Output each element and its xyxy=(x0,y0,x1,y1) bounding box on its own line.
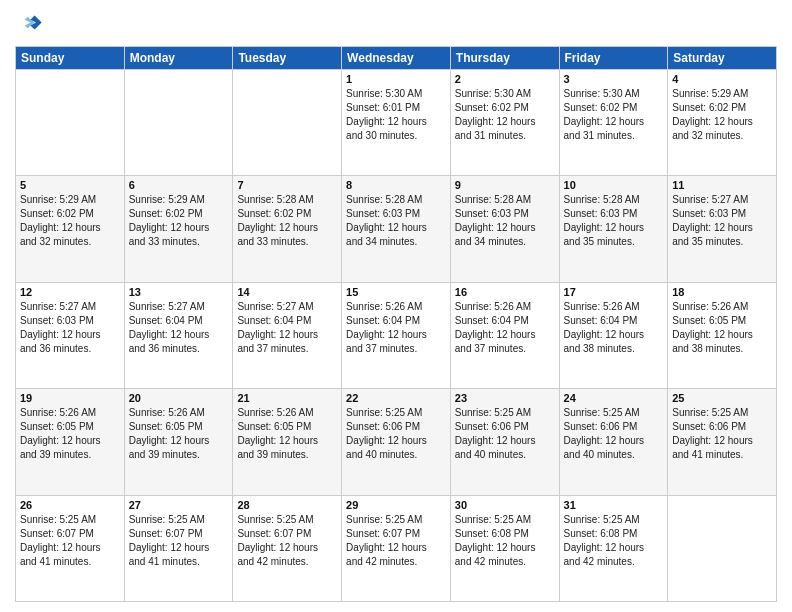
calendar-cell: 23Sunrise: 5:25 AMSunset: 6:06 PMDayligh… xyxy=(450,389,559,495)
calendar-cell: 1Sunrise: 5:30 AMSunset: 6:01 PMDaylight… xyxy=(342,70,451,176)
calendar-cell: 16Sunrise: 5:26 AMSunset: 6:04 PMDayligh… xyxy=(450,282,559,388)
day-info: Sunrise: 5:29 AMSunset: 6:02 PMDaylight:… xyxy=(20,193,120,249)
day-info: Sunrise: 5:25 AMSunset: 6:06 PMDaylight:… xyxy=(672,406,772,462)
day-number: 30 xyxy=(455,499,555,511)
day-info: Sunrise: 5:29 AMSunset: 6:02 PMDaylight:… xyxy=(672,87,772,143)
day-number: 16 xyxy=(455,286,555,298)
calendar-cell: 2Sunrise: 5:30 AMSunset: 6:02 PMDaylight… xyxy=(450,70,559,176)
day-number: 31 xyxy=(564,499,664,511)
day-number: 14 xyxy=(237,286,337,298)
day-info: Sunrise: 5:30 AMSunset: 6:02 PMDaylight:… xyxy=(564,87,664,143)
day-number: 12 xyxy=(20,286,120,298)
day-number: 8 xyxy=(346,179,446,191)
day-info: Sunrise: 5:30 AMSunset: 6:02 PMDaylight:… xyxy=(455,87,555,143)
calendar-cell: 24Sunrise: 5:25 AMSunset: 6:06 PMDayligh… xyxy=(559,389,668,495)
day-number: 13 xyxy=(129,286,229,298)
calendar-cell: 17Sunrise: 5:26 AMSunset: 6:04 PMDayligh… xyxy=(559,282,668,388)
calendar-cell: 20Sunrise: 5:26 AMSunset: 6:05 PMDayligh… xyxy=(124,389,233,495)
logo-icon xyxy=(15,10,43,38)
calendar-cell: 8Sunrise: 5:28 AMSunset: 6:03 PMDaylight… xyxy=(342,176,451,282)
calendar-cell: 9Sunrise: 5:28 AMSunset: 6:03 PMDaylight… xyxy=(450,176,559,282)
day-number: 28 xyxy=(237,499,337,511)
day-number: 4 xyxy=(672,73,772,85)
day-info: Sunrise: 5:26 AMSunset: 6:05 PMDaylight:… xyxy=(129,406,229,462)
day-info: Sunrise: 5:25 AMSunset: 6:07 PMDaylight:… xyxy=(346,513,446,569)
day-info: Sunrise: 5:25 AMSunset: 6:08 PMDaylight:… xyxy=(455,513,555,569)
calendar-cell: 21Sunrise: 5:26 AMSunset: 6:05 PMDayligh… xyxy=(233,389,342,495)
calendar-cell: 10Sunrise: 5:28 AMSunset: 6:03 PMDayligh… xyxy=(559,176,668,282)
calendar-cell: 27Sunrise: 5:25 AMSunset: 6:07 PMDayligh… xyxy=(124,495,233,601)
calendar-week-row: 26Sunrise: 5:25 AMSunset: 6:07 PMDayligh… xyxy=(16,495,777,601)
calendar-cell xyxy=(16,70,125,176)
day-number: 6 xyxy=(129,179,229,191)
calendar-cell: 7Sunrise: 5:28 AMSunset: 6:02 PMDaylight… xyxy=(233,176,342,282)
day-info: Sunrise: 5:25 AMSunset: 6:06 PMDaylight:… xyxy=(346,406,446,462)
logo xyxy=(15,10,47,38)
day-info: Sunrise: 5:26 AMSunset: 6:04 PMDaylight:… xyxy=(564,300,664,356)
calendar-cell: 3Sunrise: 5:30 AMSunset: 6:02 PMDaylight… xyxy=(559,70,668,176)
day-number: 17 xyxy=(564,286,664,298)
day-info: Sunrise: 5:28 AMSunset: 6:02 PMDaylight:… xyxy=(237,193,337,249)
calendar-week-row: 5Sunrise: 5:29 AMSunset: 6:02 PMDaylight… xyxy=(16,176,777,282)
day-info: Sunrise: 5:25 AMSunset: 6:07 PMDaylight:… xyxy=(237,513,337,569)
col-header-sunday: Sunday xyxy=(16,47,125,70)
day-number: 29 xyxy=(346,499,446,511)
calendar-cell: 22Sunrise: 5:25 AMSunset: 6:06 PMDayligh… xyxy=(342,389,451,495)
day-number: 27 xyxy=(129,499,229,511)
calendar-week-row: 19Sunrise: 5:26 AMSunset: 6:05 PMDayligh… xyxy=(16,389,777,495)
calendar-cell: 31Sunrise: 5:25 AMSunset: 6:08 PMDayligh… xyxy=(559,495,668,601)
calendar-week-row: 1Sunrise: 5:30 AMSunset: 6:01 PMDaylight… xyxy=(16,70,777,176)
day-info: Sunrise: 5:29 AMSunset: 6:02 PMDaylight:… xyxy=(129,193,229,249)
calendar-cell: 30Sunrise: 5:25 AMSunset: 6:08 PMDayligh… xyxy=(450,495,559,601)
day-info: Sunrise: 5:28 AMSunset: 6:03 PMDaylight:… xyxy=(346,193,446,249)
day-info: Sunrise: 5:28 AMSunset: 6:03 PMDaylight:… xyxy=(455,193,555,249)
day-number: 2 xyxy=(455,73,555,85)
calendar-week-row: 12Sunrise: 5:27 AMSunset: 6:03 PMDayligh… xyxy=(16,282,777,388)
calendar-cell: 15Sunrise: 5:26 AMSunset: 6:04 PMDayligh… xyxy=(342,282,451,388)
calendar-cell xyxy=(233,70,342,176)
header xyxy=(15,10,777,38)
day-info: Sunrise: 5:25 AMSunset: 6:07 PMDaylight:… xyxy=(20,513,120,569)
calendar-cell: 29Sunrise: 5:25 AMSunset: 6:07 PMDayligh… xyxy=(342,495,451,601)
day-info: Sunrise: 5:30 AMSunset: 6:01 PMDaylight:… xyxy=(346,87,446,143)
day-number: 18 xyxy=(672,286,772,298)
day-number: 21 xyxy=(237,392,337,404)
col-header-thursday: Thursday xyxy=(450,47,559,70)
calendar-header-row: SundayMondayTuesdayWednesdayThursdayFrid… xyxy=(16,47,777,70)
calendar-cell: 18Sunrise: 5:26 AMSunset: 6:05 PMDayligh… xyxy=(668,282,777,388)
calendar-cell: 26Sunrise: 5:25 AMSunset: 6:07 PMDayligh… xyxy=(16,495,125,601)
day-number: 5 xyxy=(20,179,120,191)
day-info: Sunrise: 5:25 AMSunset: 6:07 PMDaylight:… xyxy=(129,513,229,569)
calendar-cell: 12Sunrise: 5:27 AMSunset: 6:03 PMDayligh… xyxy=(16,282,125,388)
col-header-wednesday: Wednesday xyxy=(342,47,451,70)
day-number: 25 xyxy=(672,392,772,404)
day-number: 3 xyxy=(564,73,664,85)
calendar-cell: 25Sunrise: 5:25 AMSunset: 6:06 PMDayligh… xyxy=(668,389,777,495)
day-info: Sunrise: 5:26 AMSunset: 6:04 PMDaylight:… xyxy=(346,300,446,356)
calendar-cell xyxy=(124,70,233,176)
day-number: 24 xyxy=(564,392,664,404)
col-header-monday: Monday xyxy=(124,47,233,70)
day-info: Sunrise: 5:26 AMSunset: 6:05 PMDaylight:… xyxy=(237,406,337,462)
day-number: 7 xyxy=(237,179,337,191)
day-info: Sunrise: 5:25 AMSunset: 6:06 PMDaylight:… xyxy=(455,406,555,462)
day-info: Sunrise: 5:25 AMSunset: 6:06 PMDaylight:… xyxy=(564,406,664,462)
col-header-saturday: Saturday xyxy=(668,47,777,70)
day-number: 1 xyxy=(346,73,446,85)
col-header-tuesday: Tuesday xyxy=(233,47,342,70)
day-number: 9 xyxy=(455,179,555,191)
day-info: Sunrise: 5:27 AMSunset: 6:03 PMDaylight:… xyxy=(672,193,772,249)
day-number: 20 xyxy=(129,392,229,404)
calendar-table: SundayMondayTuesdayWednesdayThursdayFrid… xyxy=(15,46,777,602)
calendar-cell xyxy=(668,495,777,601)
day-number: 23 xyxy=(455,392,555,404)
day-info: Sunrise: 5:28 AMSunset: 6:03 PMDaylight:… xyxy=(564,193,664,249)
day-number: 22 xyxy=(346,392,446,404)
day-info: Sunrise: 5:25 AMSunset: 6:08 PMDaylight:… xyxy=(564,513,664,569)
day-info: Sunrise: 5:26 AMSunset: 6:05 PMDaylight:… xyxy=(20,406,120,462)
day-info: Sunrise: 5:27 AMSunset: 6:04 PMDaylight:… xyxy=(129,300,229,356)
day-number: 15 xyxy=(346,286,446,298)
day-number: 11 xyxy=(672,179,772,191)
page: SundayMondayTuesdayWednesdayThursdayFrid… xyxy=(0,0,792,612)
day-info: Sunrise: 5:27 AMSunset: 6:03 PMDaylight:… xyxy=(20,300,120,356)
